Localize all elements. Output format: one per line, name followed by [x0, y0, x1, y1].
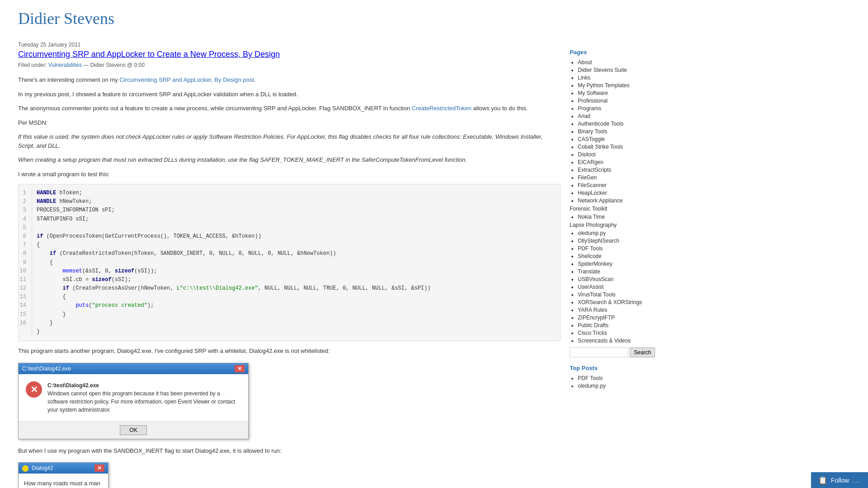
list-item: Binary Tools: [578, 128, 660, 135]
pages-link-castoggle[interactable]: CASToggle: [578, 136, 605, 142]
list-item: Professional: [578, 98, 660, 104]
search-box: Search: [570, 347, 660, 357]
win-close-button-1[interactable]: ✕: [235, 365, 245, 372]
lapse-photography-label: Lapse Photography: [570, 222, 660, 228]
post-title[interactable]: Circumventing SRP and AppLocker to Creat…: [18, 50, 561, 59]
site-title[interactable]: Didier Stevens: [18, 9, 850, 28]
pages-link-extractscripts[interactable]: ExtractScripts: [578, 167, 611, 173]
search-button[interactable]: Search: [630, 347, 655, 357]
post-title-link[interactable]: Circumventing SRP and AppLocker to Creat…: [18, 50, 280, 59]
code-line-15: 15 }: [19, 310, 556, 319]
pages-link-public-drafts[interactable]: Public Drafts: [578, 322, 609, 328]
win-close-button-2[interactable]: ✕: [94, 465, 104, 472]
code-line-4: 4 STARTUPINFO sSI;: [19, 215, 556, 224]
code-line-1: 1 HANDLE hToken;: [19, 189, 556, 197]
win-path: C:\test\Dialog42.exe: [47, 382, 99, 389]
pages-link-pdf-tools[interactable]: PDF Tools: [578, 245, 603, 252]
list-item: Cisco Tricks: [578, 330, 660, 336]
pages-link-professional[interactable]: Professional: [578, 98, 608, 104]
code-line-9: 9 {: [19, 258, 556, 267]
win-dialog42: Dialog42 ✕ How many roads must a man wal…: [18, 462, 108, 488]
list-item: CASToggle: [578, 136, 660, 142]
para5: I wrote a small program to test this:: [18, 170, 561, 179]
code-line-12: 12 if (CreateProcessAsUser(hNewToken, L"…: [19, 284, 556, 293]
list-item: My Python Templates: [578, 82, 660, 89]
pages-link-ollystepnsearch[interactable]: OllyStepNSearch: [578, 238, 619, 244]
dialog42-question: How many roads must a man walk down?: [24, 479, 103, 488]
code-line-10: 10 memset(&sSI, 0, sizeof(sSI));: [19, 267, 556, 276]
top-post-pdf-tools[interactable]: PDF Tools: [578, 375, 603, 381]
list-item: FileGen: [578, 174, 660, 181]
win-title-2: Dialog42: [22, 465, 53, 472]
pages-link-zipencryptftp[interactable]: ZIPEncryptFTP: [578, 314, 615, 321]
code-line-6: 6 if (OpenProcessToken(GetCurrentProcess…: [19, 232, 556, 241]
code-line-7: 7 {: [19, 241, 556, 249]
pages-link-about[interactable]: About: [578, 59, 592, 66]
pages-link-links[interactable]: Links: [578, 75, 590, 81]
category-link[interactable]: Vulnerabilities: [48, 62, 82, 68]
code-line-14: 14 puts("process created");: [19, 301, 556, 310]
list-item: HeapLocker: [578, 190, 660, 196]
pages-link-yara-rules[interactable]: YARA Rules: [578, 307, 607, 313]
pages-link-my-python-templates[interactable]: My Python Templates: [578, 82, 630, 89]
pages-link-userassist[interactable]: UserAssist: [578, 284, 604, 290]
pages-link-screencasts[interactable]: Screencasts & Videos: [578, 338, 631, 344]
pages-link-xorsearch[interactable]: XORSearch & XORStrings: [578, 299, 642, 305]
pages-link-virustotal-tools[interactable]: VirusTotal Tools: [578, 291, 616, 298]
pages-link-filescanner[interactable]: FileScanner: [578, 182, 607, 188]
pages-link-usbvirusscan[interactable]: USBVirusScan: [578, 276, 613, 282]
pages-link-eicangen[interactable]: EICARgen: [578, 159, 604, 165]
pages-link-filegen[interactable]: FileGen: [578, 174, 597, 181]
pages-link-cisco-tricks[interactable]: Cisco Tricks: [578, 330, 607, 336]
top-post-oledump[interactable]: oledump.py: [578, 383, 606, 389]
para1: There's an interesting comment on my Cir…: [18, 75, 561, 84]
pages-list: About Didier Stevens Suite Links My Pyth…: [570, 59, 660, 204]
follow-dots: ...: [853, 477, 861, 484]
list-item: XORSearch & XORStrings: [578, 299, 660, 305]
pages-link-oledump[interactable]: oledump.py: [578, 230, 606, 236]
code-line-8: 8 if (CreateRestrictedToken(hToken, SAND…: [19, 249, 556, 258]
post-meta: Filed under: Vulnerabilities — Didier St…: [18, 62, 561, 68]
list-item: My Software: [578, 90, 660, 96]
pages-link-didier-stevens-suite[interactable]: Didier Stevens Suite: [578, 67, 627, 73]
pages-link-my-software[interactable]: My Software: [578, 90, 608, 96]
win-body-1: ✕ C:\test\Dialog42.exe Windows cannot op…: [19, 374, 248, 421]
code-line-16: 16 }: [19, 319, 556, 328]
pages-link-shellcode[interactable]: Shellcode: [578, 253, 602, 259]
follow-label: Follow: [831, 477, 849, 484]
error-dialog-screenshot: C:\test\Dialog42.exe ✕ ✕ C:\test\Dialog4…: [18, 363, 561, 439]
follow-icon: 📋: [818, 476, 827, 484]
pages-link-spidermonkey[interactable]: SpiderMonkey: [578, 261, 613, 267]
code-line-13: 13 {: [19, 293, 556, 301]
list-item: ZIPEncryptFTP: [578, 314, 660, 321]
create-restricted-token-link[interactable]: CreateRestrictedToken: [412, 105, 472, 112]
para1-link[interactable]: Circumventing SRP and AppLocker, By Desi…: [119, 76, 254, 83]
win-message-text: Windows cannot open this program because…: [47, 390, 235, 413]
pages-link-ariad[interactable]: Ariad: [578, 113, 590, 119]
search-input[interactable]: [570, 347, 628, 357]
win-ok-button[interactable]: OK: [120, 425, 146, 435]
code-block: 1 HANDLE hToken; 2 HANDLE hNewToken; 3 P…: [18, 184, 561, 341]
list-item: Translate: [578, 268, 660, 275]
pages-link-authenticode-tools[interactable]: Authenticode Tools: [578, 121, 623, 127]
pages-link-disitool[interactable]: Disitool: [578, 151, 595, 158]
pages-link-binary-tools[interactable]: Binary Tools: [578, 128, 607, 135]
dialog42-icon: [22, 465, 28, 472]
pages-link-nokia-time[interactable]: Nokia Time: [578, 214, 605, 220]
post-body: There's an interesting comment on my Cir…: [18, 75, 561, 488]
pages-link-programs[interactable]: Programs: [578, 105, 601, 112]
pages-link-heaplocker[interactable]: HeapLocker: [578, 190, 607, 196]
post-date: Tuesday 25 January 2011: [18, 42, 561, 48]
code-line-5: 5: [19, 224, 556, 232]
pages-link-cobalt-strike-tools[interactable]: Cobalt Strike Tools: [578, 144, 623, 150]
list-item: USBVirusScan: [578, 276, 660, 282]
list-item: Network Appliance: [578, 197, 660, 204]
forensic-list: Nokia Time: [570, 214, 660, 220]
pages-link-network-appliance[interactable]: Network Appliance: [578, 197, 623, 204]
pages-link-translate[interactable]: Translate: [578, 268, 600, 275]
follow-bar[interactable]: 📋 Follow ...: [811, 472, 868, 488]
list-item: YARA Rules: [578, 307, 660, 313]
forensic-toolkit-label: Forensic Toolkit: [570, 206, 660, 212]
post-author: Didier Stevens @ 0:00: [90, 62, 145, 68]
main-layout: Tuesday 25 January 2011 Circumventing SR…: [0, 33, 868, 488]
